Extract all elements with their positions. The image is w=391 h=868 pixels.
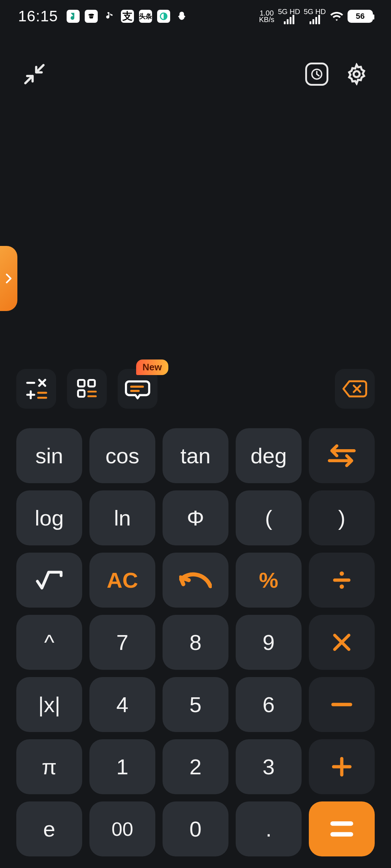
chat-icon — [125, 376, 150, 401]
status-time: 16:15 — [18, 8, 58, 25]
key-abs[interactable]: |x| — [16, 677, 82, 732]
app-icon-7 — [175, 10, 188, 23]
key-equals[interactable] — [309, 801, 375, 856]
key-right-paren[interactable]: ) — [309, 490, 375, 545]
keypad: sin cos tan deg log ln Φ ( ) AC % ^ 7 8 — [0, 423, 391, 868]
key-e[interactable]: e — [16, 801, 82, 856]
svg-rect-12 — [78, 390, 84, 397]
key-6[interactable]: 6 — [236, 677, 302, 732]
key-1[interactable]: 1 — [89, 739, 155, 794]
key-phi[interactable]: Φ — [163, 490, 228, 545]
svg-rect-22 — [331, 703, 352, 706]
key-5[interactable]: 5 — [163, 677, 228, 732]
key-swap[interactable] — [309, 428, 375, 483]
net-speed-unit: KB/s — [259, 16, 274, 23]
history-button[interactable] — [304, 61, 329, 87]
key-sqrt[interactable] — [16, 553, 82, 608]
status-bar: 16:15 支 头条 1.00 KB/s 5G HD 5G HD — [0, 0, 391, 33]
signal-2-label: 5G HD — [304, 8, 326, 15]
backspace-button[interactable] — [335, 369, 375, 409]
divide-icon — [331, 569, 353, 591]
key-multiply[interactable] — [309, 615, 375, 670]
key-dot[interactable]: . — [236, 801, 302, 856]
wifi-icon — [329, 10, 344, 22]
key-pi[interactable]: π — [16, 739, 82, 794]
backspace-icon — [342, 379, 368, 399]
battery-icon: 56 — [348, 10, 373, 23]
key-log[interactable]: log — [16, 490, 82, 545]
mode-arithmetic-button[interactable] — [16, 369, 56, 409]
battery-level: 56 — [356, 12, 365, 21]
mode-apps-button[interactable] — [67, 369, 107, 409]
svg-point-17 — [340, 571, 344, 576]
svg-rect-26 — [331, 832, 353, 837]
new-badge: New — [136, 359, 168, 375]
key-undo[interactable] — [163, 553, 228, 608]
undo-icon — [179, 570, 212, 590]
chat-button[interactable]: New — [118, 369, 157, 409]
tool-row: New — [0, 369, 391, 409]
svg-point-2 — [354, 71, 360, 77]
svg-point-19 — [340, 584, 344, 589]
status-left: 16:15 支 头条 — [18, 8, 188, 25]
swap-arrows-icon — [327, 444, 357, 467]
gear-icon — [345, 63, 368, 85]
key-power[interactable]: ^ — [16, 615, 82, 670]
key-ac[interactable]: AC — [89, 553, 155, 608]
signal-1-label: 5G HD — [278, 8, 300, 15]
signal-1: 5G HD — [278, 8, 300, 24]
chevron-right-icon — [5, 273, 12, 284]
app-icon-1 — [67, 10, 80, 23]
key-minus[interactable] — [309, 677, 375, 732]
key-plus[interactable] — [309, 739, 375, 794]
key-left-paren[interactable]: ( — [236, 490, 302, 545]
signal-1-bars — [284, 15, 294, 24]
svg-rect-11 — [88, 380, 95, 386]
grid-list-icon — [76, 378, 98, 400]
key-sin[interactable]: sin — [16, 428, 82, 483]
key-0[interactable]: 0 — [163, 801, 228, 856]
app-icon-5: 头条 — [139, 10, 152, 23]
app-icon-2 — [85, 10, 98, 23]
key-9[interactable]: 9 — [236, 615, 302, 670]
key-00[interactable]: 00 — [89, 801, 155, 856]
key-2[interactable]: 2 — [163, 739, 228, 794]
signal-2-bars — [310, 15, 320, 24]
settings-button[interactable] — [344, 61, 369, 87]
key-7[interactable]: 7 — [89, 615, 155, 670]
equals-icon — [329, 820, 354, 838]
svg-rect-24 — [340, 757, 344, 776]
app-icon-4: 支 — [121, 10, 134, 23]
multiply-icon — [332, 632, 352, 652]
net-speed: 1.00 KB/s — [259, 10, 274, 23]
minus-icon — [330, 701, 353, 708]
status-right: 1.00 KB/s 5G HD 5G HD 56 — [259, 8, 373, 24]
key-tan[interactable]: tan — [163, 428, 228, 483]
plus-icon — [331, 756, 353, 778]
app-icon-3 — [103, 10, 116, 23]
svg-rect-18 — [333, 579, 350, 582]
side-drawer-handle[interactable] — [0, 246, 17, 311]
signal-2: 5G HD — [304, 8, 326, 24]
key-ln[interactable]: ln — [89, 490, 155, 545]
key-divide[interactable] — [309, 553, 375, 608]
key-deg[interactable]: deg — [236, 428, 302, 483]
clock-icon — [305, 63, 328, 86]
key-percent[interactable]: % — [236, 553, 302, 608]
top-actions — [0, 33, 391, 94]
app-icon-6 — [157, 10, 170, 23]
key-3[interactable]: 3 — [236, 739, 302, 794]
key-4[interactable]: 4 — [89, 677, 155, 732]
key-8[interactable]: 8 — [163, 615, 228, 670]
sqrt-icon — [35, 569, 63, 591]
arithmetic-icon — [24, 377, 48, 401]
key-cos[interactable]: cos — [89, 428, 155, 483]
collapse-button[interactable] — [22, 61, 47, 87]
svg-rect-10 — [78, 380, 84, 386]
svg-rect-25 — [331, 821, 353, 826]
